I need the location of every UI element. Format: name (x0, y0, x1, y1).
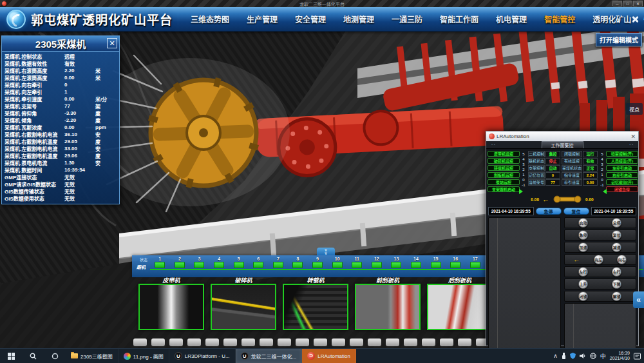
support-cell[interactable]: 1 (150, 257, 170, 276)
minimize-button[interactable]: ─ (612, 1, 622, 6)
thumbnail-chip[interactable] (386, 338, 399, 346)
lra-remote-button[interactable]: 泵站远控 (488, 179, 520, 185)
control-button[interactable]: 解锁 (612, 291, 621, 301)
thumbnail-chip[interactable] (440, 338, 453, 346)
open-edit-mode-button[interactable]: 打开编辑模式 (596, 33, 642, 46)
lra-titlebar[interactable]: LRAutomation ✕ (486, 132, 638, 141)
thumbnail-chip[interactable] (133, 338, 147, 346)
thumbnail-chip[interactable] (458, 338, 471, 346)
thumbnail-chip[interactable] (278, 338, 291, 346)
thumbnail-chip[interactable] (350, 338, 363, 346)
lra-remote-button[interactable]: 支架跟机启动 (488, 186, 520, 192)
support-cell[interactable]: 11 (347, 257, 367, 276)
close-button[interactable]: ✕ (633, 1, 643, 6)
support-cell[interactable]: 4 (209, 257, 229, 276)
support-cell[interactable]: 5 (229, 257, 249, 276)
support-cell[interactable]: 14 (406, 257, 426, 276)
network-globe-icon[interactable] (590, 353, 596, 359)
nav-item[interactable]: 透明化矿山 (592, 14, 631, 25)
nav-item[interactable]: 三维态势图 (191, 14, 229, 25)
lra-remote-button[interactable]: 喷雾控制(开) (606, 151, 638, 157)
control-button[interactable]: 下降 (612, 279, 621, 289)
control-button[interactable]: 启动 (578, 218, 588, 228)
notification-icon[interactable] (634, 353, 641, 360)
support-cell[interactable]: 9 (308, 257, 328, 276)
lra-remote-button[interactable]: 右牵引启动 (606, 172, 638, 178)
nav-item[interactable]: 安全管理 (295, 14, 326, 25)
chevron-down-icon[interactable]: ∨∨ (317, 248, 335, 255)
lra-remote-button[interactable]: 左牵引启动 (606, 165, 638, 171)
nav-item[interactable]: 生产管理 (247, 14, 278, 25)
lra-close-icon[interactable]: ✕ (630, 133, 636, 140)
nav-item[interactable]: 机电管理 (496, 14, 527, 25)
support-cell[interactable]: 2 (170, 257, 190, 276)
lra-remote-button[interactable]: 人员接近(开) (606, 158, 638, 164)
lra-remote-button[interactable]: 破碎机远控 (488, 158, 520, 164)
close-icon[interactable]: ✕ (107, 38, 117, 48)
control-button[interactable]: 向左 (594, 255, 603, 264)
thumbnail-chip[interactable] (296, 338, 309, 346)
control-button[interactable]: 左行 (578, 267, 588, 277)
control-button[interactable]: 急停 (578, 230, 588, 240)
ime-indicator[interactable]: 中 (600, 352, 606, 360)
support-cell[interactable]: 8 (288, 257, 308, 276)
support-cell[interactable]: 7 (269, 257, 289, 276)
thumbnail-chip[interactable] (260, 338, 273, 346)
taskbar-app[interactable]: 2305三维截图 (66, 349, 118, 363)
speaker-icon[interactable] (580, 353, 586, 359)
thumbnail-chip[interactable] (422, 338, 435, 346)
support-cell[interactable]: 6 (249, 257, 269, 276)
thumbnail-chip[interactable] (187, 338, 201, 346)
tray-expand-icon[interactable]: ∧ (553, 353, 558, 359)
estop-button[interactable]: 急停 (536, 208, 562, 215)
nav-item[interactable]: 一通三防 (392, 14, 422, 25)
thumbnail-chip[interactable] (404, 338, 417, 346)
search-icon[interactable] (22, 349, 44, 363)
control-button[interactable]: 加速 (578, 242, 588, 252)
support-cell[interactable]: 10 (327, 257, 347, 276)
thumbnail-chip[interactable] (314, 338, 327, 346)
control-button[interactable]: 总停 (612, 218, 621, 228)
support-cell[interactable]: 13 (386, 257, 406, 276)
thumbnail-chip[interactable] (151, 338, 165, 346)
nav-item[interactable]: 地测管理 (343, 14, 374, 25)
taskbar-app[interactable]: 11.png - 画图 (118, 349, 169, 363)
collapse-panel-arrow[interactable]: « (633, 291, 644, 308)
nav-item[interactable]: 智能管控 (544, 14, 575, 25)
control-button[interactable]: 右行 (612, 267, 621, 277)
camera-thumbnail[interactable] (283, 284, 348, 330)
tray-clock[interactable]: 16:39 2021/4/10 (610, 351, 630, 361)
support-cell[interactable]: 3 (189, 257, 209, 276)
support-cell[interactable]: 16 (446, 257, 466, 276)
control-button[interactable]: 复位 (612, 230, 621, 240)
nav-item[interactable]: 智能工作面 (440, 14, 478, 25)
usb-icon[interactable] (562, 353, 566, 359)
control-button[interactable]: 上升 (578, 279, 588, 289)
thumbnail-chip[interactable] (205, 338, 219, 346)
reset-button[interactable]: 复位 (564, 208, 589, 215)
camera-thumbnail[interactable] (427, 284, 493, 330)
taskbar-app[interactable]: ULR3DPlatform - U... (169, 349, 236, 363)
cortana-icon[interactable] (44, 349, 66, 363)
camera-thumbnail[interactable] (138, 284, 204, 330)
thumbnail-chip[interactable] (223, 338, 237, 346)
shearer-panel-header[interactable]: 2305采煤机 ✕ (2, 36, 119, 52)
thumbnail-chip[interactable] (169, 338, 183, 346)
support-cell[interactable]: 12 (367, 257, 387, 276)
maximize-button[interactable]: □ (623, 1, 632, 6)
control-button[interactable]: 闭锁 (578, 291, 588, 301)
lra-remote-button[interactable]: 皮带机远控 (488, 151, 520, 157)
lra-remote-button[interactable]: 闭锁急停 (606, 186, 638, 192)
camera-thumbnail[interactable] (355, 284, 421, 330)
thumbnail-chip[interactable] (368, 338, 381, 346)
thumbnail-chip[interactable] (242, 338, 255, 346)
lra-tab-workface[interactable]: 工作面集控 (542, 141, 583, 148)
support-cell[interactable]: 17 (466, 257, 486, 276)
control-button[interactable]: 减速 (612, 242, 621, 252)
camera-thumbnail[interactable] (211, 284, 276, 330)
lra-remote-button[interactable]: 刮板机远控 (488, 172, 520, 178)
taskbar-app[interactable]: U龙软二三维一体化... (236, 349, 303, 363)
shield-icon[interactable] (570, 353, 576, 359)
thumbnail-chip[interactable] (332, 338, 345, 346)
taskbar-app[interactable]: ƆLRAutomation (302, 349, 356, 363)
